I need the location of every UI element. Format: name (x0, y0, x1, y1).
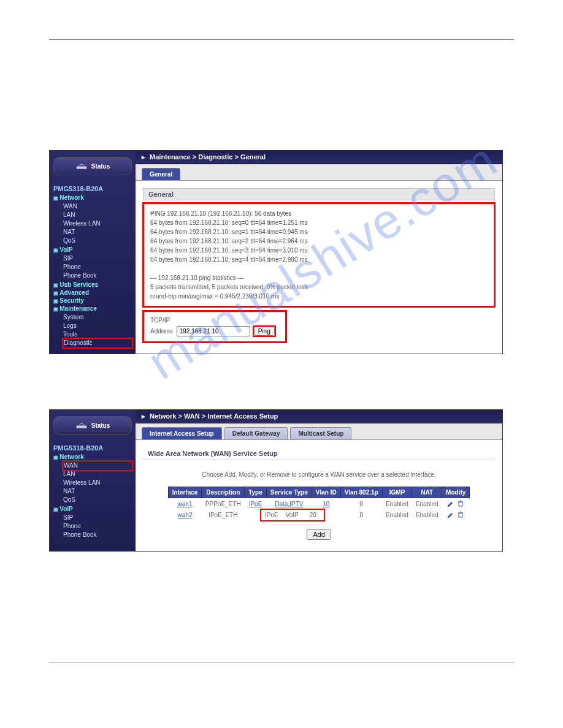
diagnostic-window: Status PMG5318-B20A Network WAN LAN Wire… (49, 150, 503, 354)
breadcrumb-text-2: Network > WAN > Internet Access Setup (150, 412, 278, 420)
sidebar-item-lan[interactable]: LAN (63, 211, 132, 219)
status-label: Status (91, 163, 110, 170)
sidebar-group-security[interactable]: Security (53, 297, 132, 304)
sidebar-group-network[interactable]: Network (53, 194, 132, 201)
router-icon (75, 421, 88, 430)
status-label: Status (91, 422, 110, 429)
th-description: Description (202, 487, 245, 498)
sidebar-item-system[interactable]: System (63, 313, 132, 322)
cell-vlan-8021p: 0 (340, 509, 382, 520)
breadcrumb-text: Maintenance > Diagnostic > General (150, 153, 266, 161)
sidebar-group-maintenance[interactable]: Maintenance (53, 305, 132, 312)
sidebar-item-diagnostic[interactable]: Diagnostic (63, 339, 132, 347)
svg-rect-0 (76, 166, 86, 169)
edit-icon[interactable] (447, 511, 454, 518)
edit-icon[interactable] (447, 500, 454, 507)
cell-vlan-id[interactable]: 20 (302, 510, 324, 520)
sidebar-item-wireless-lan[interactable]: Wireless LAN (63, 219, 132, 228)
cell-type[interactable]: IPoE (261, 510, 282, 520)
status-button[interactable]: Status (53, 157, 132, 175)
delete-icon[interactable] (457, 500, 464, 507)
breadcrumb-arrow-icon: ▸ (142, 153, 145, 161)
sidebar: Status PMG5318-B20A Network WAN LAN Wire… (50, 151, 136, 354)
wan-desc: Choose Add, Modify, or Remove to configu… (143, 471, 495, 478)
sidebar-item-wireless-lan-2[interactable]: Wireless LAN (63, 479, 132, 487)
table-row: wan2 IPoE_ETH IPoEVoIP20 0 Enabled Enabl… (168, 509, 470, 520)
tcpip-box: TCP/IP Address Ping (144, 312, 285, 341)
sidebar-item-phone-book[interactable]: Phone Book (63, 271, 132, 280)
sidebar-item-lan-2[interactable]: LAN (63, 470, 132, 479)
tab-general[interactable]: General (142, 168, 180, 180)
sidebar-group-advanced[interactable]: Advanced (53, 289, 132, 296)
add-button[interactable]: Add (307, 529, 331, 540)
wan-table: Interface Description Type Service Type … (168, 487, 470, 520)
status-button-2[interactable]: Status (53, 416, 132, 434)
cell-vlan-id[interactable]: 10 (312, 498, 340, 510)
tab-default-gateway[interactable]: Default Gateway (224, 427, 288, 439)
cell-igmp: Enabled (382, 498, 412, 510)
th-vlan-8021p: Vlan 802.1p (340, 487, 382, 498)
delete-icon[interactable] (457, 511, 464, 518)
address-label: Address (150, 328, 173, 335)
sidebar-item-qos[interactable]: QoS (63, 237, 132, 245)
th-interface: Interface (168, 487, 202, 498)
th-vlan-id: Vlan ID (312, 487, 340, 498)
sidebar-group-usb[interactable]: Usb Services (53, 281, 132, 288)
sidebar-group-voip-2[interactable]: VoIP (53, 506, 132, 512)
sidebar-item-phone[interactable]: Phone (63, 263, 132, 271)
sidebar-item-qos-2[interactable]: QoS (63, 496, 132, 504)
address-input[interactable] (177, 326, 250, 336)
th-type: Type (245, 487, 267, 498)
cell-type[interactable]: IPoE (245, 498, 267, 510)
device-model-2: PMG5318-B20A (53, 444, 132, 452)
cell-description: IPoE_ETH (202, 509, 245, 520)
wan-panel-title: Wide Area Network (WAN) Service Setup (143, 447, 495, 460)
panel-title: General (143, 188, 495, 200)
cell-service-type[interactable]: VoIP (282, 510, 302, 520)
wan-window: Status PMG5318-B20A Network WAN LAN Wire… (49, 409, 503, 552)
cell-vlan-8021p: 0 (340, 498, 382, 510)
breadcrumb-2: ▸ Network > WAN > Internet Access Setup (136, 410, 502, 423)
cell-igmp: Enabled (382, 509, 412, 520)
th-modify: Modify (442, 487, 470, 498)
cell-service-type[interactable]: Data,IPTV (266, 498, 312, 510)
sidebar-item-nat-2[interactable]: NAT (63, 487, 132, 496)
th-service-type: Service Type (266, 487, 312, 498)
sidebar-item-sip[interactable]: SIP (63, 254, 132, 263)
cell-nat: Enabled (412, 498, 442, 510)
tab-multicast-setup[interactable]: Multicast Setup (290, 427, 351, 439)
cell-nat: Enabled (412, 509, 442, 520)
sidebar-group-voip[interactable]: VoIP (53, 246, 132, 253)
table-row: wan1 PPPoE_ETH IPoE Data,IPTV 10 0 Enabl… (168, 498, 470, 510)
main-panel: ▸ Maintenance > Diagnostic > General Gen… (136, 151, 502, 354)
sidebar-item-phone-book-2[interactable]: Phone Book (63, 531, 132, 539)
sidebar-item-tools[interactable]: Tools (63, 330, 132, 339)
main-panel-2: ▸ Network > WAN > Internet Access Setup … (136, 410, 502, 551)
device-model: PMG5318-B20A (53, 185, 132, 192)
breadcrumb: ▸ Maintenance > Diagnostic > General (136, 151, 502, 164)
tab-bar-2: Internet Access Setup Default Gateway Mu… (136, 423, 502, 440)
cell-interface[interactable]: wan2 (168, 509, 202, 520)
svg-rect-2 (459, 502, 462, 506)
ping-button[interactable]: Ping (254, 327, 275, 336)
breadcrumb-arrow-icon: ▸ (142, 412, 145, 420)
sidebar-item-phone-2[interactable]: Phone (63, 522, 132, 531)
sidebar-item-nat[interactable]: NAT (63, 228, 132, 237)
sidebar-2: Status PMG5318-B20A Network WAN LAN Wire… (50, 410, 136, 551)
sidebar-item-sip-2[interactable]: SIP (63, 514, 132, 522)
cell-interface[interactable]: wan1 (168, 498, 202, 510)
tab-bar: General (136, 164, 502, 181)
ping-output: PING 192.168.21.10 (192.168.21.10): 56 d… (144, 204, 494, 306)
sidebar-item-wan-2[interactable]: WAN (63, 461, 132, 470)
th-nat: NAT (412, 487, 442, 498)
sidebar-group-network-2[interactable]: Network (53, 453, 132, 460)
svg-rect-3 (459, 513, 462, 517)
cell-description: PPPoE_ETH (202, 498, 245, 510)
th-igmp: IGMP (382, 487, 412, 498)
sidebar-item-wan[interactable]: WAN (63, 202, 132, 211)
svg-rect-1 (76, 425, 86, 428)
sidebar-item-logs[interactable]: Logs (63, 322, 132, 330)
router-icon (75, 162, 88, 170)
tcpip-label: TCP/IP (150, 317, 279, 324)
tab-internet-access-setup[interactable]: Internet Access Setup (142, 427, 222, 439)
